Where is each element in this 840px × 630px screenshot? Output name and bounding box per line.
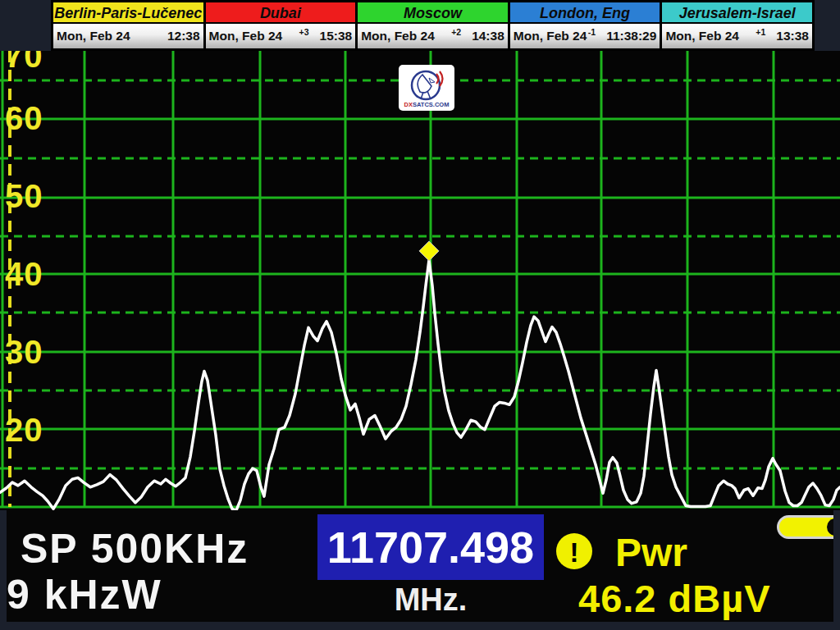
clock-panel-jerusalem[interactable]: Jerusalem-Israel Mon, Feb 24 +1 13:38 — [662, 2, 812, 48]
clock-panel-moscow[interactable]: Moscow Mon, Feb 24 +2 14:38 — [358, 2, 508, 48]
clock-panel-dubai[interactable]: Dubai Mon, Feb 24 +3 15:38 — [206, 2, 356, 48]
clock-city-label: Jerusalem-Israel — [662, 2, 812, 24]
svg-text:DXSATCS.COM: DXSATCS.COM — [404, 101, 450, 108]
y-axis-tick-label: 60 — [5, 100, 43, 136]
clock-time: 12:38 — [167, 29, 200, 43]
clock-date: Mon, Feb 24 — [57, 29, 130, 43]
y-axis-tick-label: 50 — [5, 178, 43, 214]
world-clock-bar: Berlin-Paris-Lučenec Mon, Feb 24 12:38 D… — [51, 0, 815, 51]
clock-city-label: Berlin-Paris-Lučenec — [53, 2, 203, 24]
spectrum-plot-area[interactable]: 706050403020 DXSATCS.COM — [0, 51, 840, 510]
clock-time-row: Mon, Feb 24 +2 14:38 — [358, 24, 508, 48]
clock-utc-offset: +2 — [451, 24, 461, 37]
y-axis-tick-label: 40 — [5, 256, 43, 292]
span-label: SP 500KHz — [21, 525, 249, 573]
clock-time-row: Mon, Feb 24 -1 11:38:29 — [510, 24, 660, 48]
clock-time: 14:38 — [472, 29, 504, 43]
clock-city-label: London, Eng — [510, 2, 660, 24]
clock-panel-london[interactable]: London, Eng Mon, Feb 24 -1 11:38:29 — [510, 2, 660, 48]
bandwidth-label: 9 kHzW — [7, 571, 162, 619]
dxsatcs-logo: DXSATCS.COM — [399, 65, 454, 111]
frequency-display[interactable]: 11707.498 — [317, 514, 544, 580]
y-axis-tick-label: 20 — [5, 412, 43, 448]
clock-date: Mon, Feb 24 — [361, 29, 435, 43]
measurement-readout-panel: SP 500KHz 9 kHzW 11707.498 MHz. ! Pwr 46… — [7, 510, 833, 622]
clock-date: Mon, Feb 24 — [514, 29, 587, 43]
y-axis-tick-label: 30 — [5, 334, 43, 370]
clock-city-label: Moscow — [358, 2, 508, 24]
power-value: 46.2 dBµV — [578, 576, 771, 621]
clock-utc-offset: -1 — [588, 24, 596, 37]
spectrum-analyzer-screen: Berlin-Paris-Lučenec Mon, Feb 24 12:38 D… — [0, 0, 840, 630]
clock-time-row: Mon, Feb 24 12:38 — [53, 24, 203, 48]
clock-time: 13:38 — [776, 29, 809, 43]
clock-date: Mon, Feb 24 — [665, 29, 739, 43]
clock-panel-berlin-paris-lucenec[interactable]: Berlin-Paris-Lučenec Mon, Feb 24 12:38 — [53, 2, 203, 48]
clock-city-label: Dubai — [206, 2, 356, 24]
toggle-knob[interactable] — [827, 518, 833, 536]
clock-utc-offset: +3 — [299, 24, 309, 37]
warning-icon: ! — [556, 533, 592, 569]
spectrum-trace — [0, 260, 840, 510]
clock-utc-offset: +1 — [756, 24, 765, 37]
clock-time: 11:38:29 — [606, 29, 656, 43]
clock-time-row: Mon, Feb 24 +3 15:38 — [206, 24, 356, 48]
clock-time: 15:38 — [320, 29, 353, 43]
clock-date: Mon, Feb 24 — [209, 29, 283, 43]
y-axis-tick-label: 70 — [5, 51, 43, 74]
frequency-unit-label: MHz. — [317, 582, 544, 618]
clock-time-row: Mon, Feb 24 +1 13:38 — [662, 24, 812, 48]
power-toggle[interactable] — [777, 515, 833, 539]
peak-marker[interactable] — [419, 241, 439, 261]
power-label: Pwr — [615, 530, 687, 575]
spectrum-chart — [0, 51, 840, 510]
satellite-dish-icon: DXSATCS.COM — [399, 65, 454, 111]
